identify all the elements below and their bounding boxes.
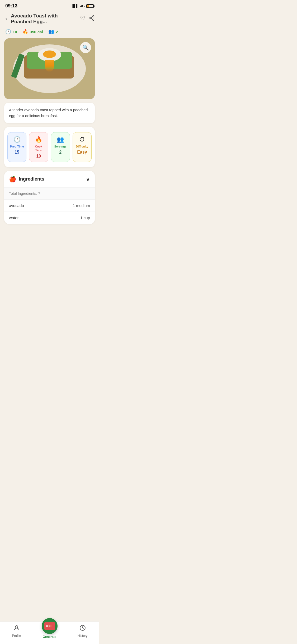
stat-difficulty: ⏱ Difficulty Easy: [73, 132, 92, 162]
prep-time-icon: 🕐: [13, 136, 21, 143]
share-button[interactable]: [89, 15, 95, 22]
status-icons: ▐▌▌ 4G: [71, 4, 94, 8]
signal-icon: ▐▌▌: [71, 4, 79, 8]
people-icon: 👥: [48, 29, 54, 35]
quick-servings-value: 2: [56, 30, 58, 34]
quick-calories-value: 350 cal: [30, 30, 43, 34]
recipe-image-container: 🔍: [4, 38, 95, 99]
quick-time: 🕐 10: [5, 29, 17, 35]
ingredients-toggle-button[interactable]: ∨: [86, 176, 90, 183]
favorite-button[interactable]: ♡: [80, 15, 85, 22]
difficulty-icon: ⏱: [79, 136, 85, 143]
cook-time-label: Cook Time: [31, 145, 46, 152]
cook-time-icon: 🔥: [35, 136, 42, 143]
ingredients-title: Ingredients: [19, 176, 44, 182]
servings-icon: 👥: [57, 136, 64, 143]
status-bar: 09:13 ▐▌▌ 4G: [0, 0, 99, 11]
cook-time-value: 10: [36, 154, 41, 159]
stat-servings: 👥 Servings 2: [51, 132, 70, 162]
quick-time-value: 10: [13, 30, 17, 34]
status-time: 09:13: [5, 3, 17, 9]
prep-time-value: 15: [15, 150, 19, 155]
ingredient-row: water 1 cup: [4, 212, 95, 224]
ingredient-qty: 1 medium: [73, 203, 90, 208]
stat-prep-time: 🕐 Prep Time 15: [7, 132, 26, 162]
ingredient-row: avocado 1 medium: [4, 200, 95, 212]
prep-time-label: Prep Time: [10, 145, 24, 148]
total-ingredients-label: Total Ingredients: 7: [4, 188, 95, 200]
quick-calories: 🔥 350 cal: [22, 29, 43, 35]
stats-grid: 🕐 Prep Time 15 🔥 Cook Time 10 👥 Servings…: [7, 132, 92, 162]
svg-line-4: [91, 17, 93, 18]
battery-icon: [86, 4, 94, 8]
svg-line-3: [91, 18, 93, 19]
quick-info-bar: 🕐 10 🔥 350 cal 👥 2: [0, 28, 99, 38]
clock-icon: 🕐: [5, 29, 11, 35]
header-actions: ♡: [80, 15, 95, 22]
page-header: ‹ Avocado Toast with Poached Egg... ♡: [0, 11, 99, 28]
ingredient-name: water: [9, 215, 19, 220]
ingredients-title-group: 🍎 Ingredients: [9, 176, 44, 183]
description-card: A tender avocado toast topped with a poa…: [4, 103, 95, 123]
quick-servings: 👥 2: [48, 29, 58, 35]
stats-section: 🕐 Prep Time 15 🔥 Cook Time 10 👥 Servings…: [4, 127, 95, 167]
difficulty-value: Easy: [77, 150, 87, 155]
servings-label: Servings: [54, 145, 66, 148]
fire-icon: 🔥: [22, 29, 28, 35]
ingredients-icon: 🍎: [9, 176, 16, 183]
back-button[interactable]: ‹: [4, 14, 8, 23]
image-search-button[interactable]: 🔍: [80, 42, 91, 53]
ingredient-name: avocado: [9, 203, 24, 208]
ingredients-section: 🍎 Ingredients ∨ Total Ingredients: 7 avo…: [4, 171, 95, 224]
servings-value: 2: [59, 150, 62, 155]
stat-cook-time: 🔥 Cook Time 10: [29, 132, 48, 162]
ingredients-header: 🍎 Ingredients ∨: [4, 171, 95, 188]
page-title: Avocado Toast with Poached Egg...: [11, 13, 77, 25]
ingredient-qty: 1 cup: [80, 215, 90, 220]
network-type: 4G: [80, 4, 85, 8]
difficulty-label: Difficulty: [76, 145, 88, 148]
description-text: A tender avocado toast topped with a poa…: [9, 107, 90, 119]
